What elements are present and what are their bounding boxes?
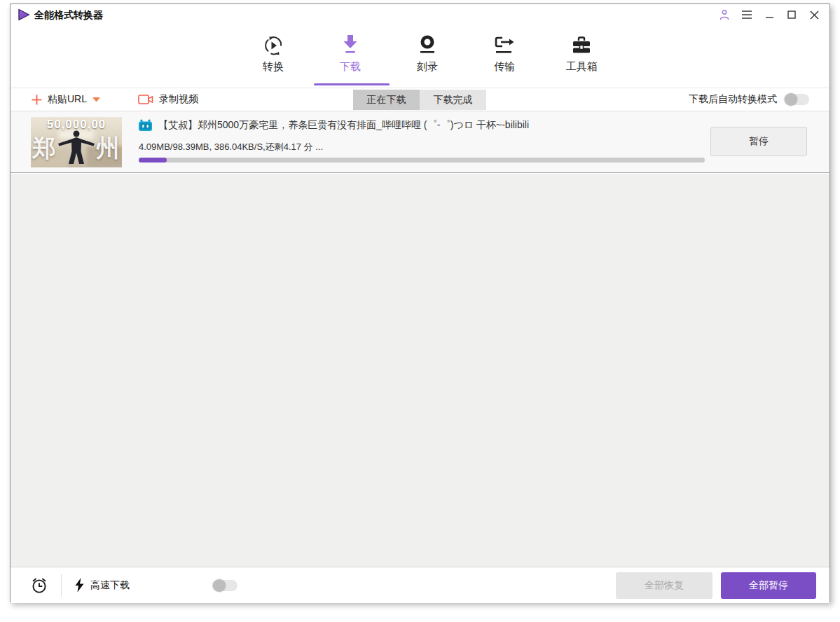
download-filter-tabs: 正在下载 下载完成 xyxy=(353,90,486,110)
chevron-down-icon xyxy=(92,97,100,102)
convert-icon xyxy=(263,31,284,56)
toggle-knob xyxy=(785,93,797,106)
minimize-icon[interactable] xyxy=(762,7,776,22)
titlebar: 全能格式转换器 xyxy=(11,4,829,25)
close-icon[interactable] xyxy=(807,7,821,22)
pause-all-button[interactable]: 全部暂停 xyxy=(721,572,816,599)
divider xyxy=(61,574,62,597)
progress-bar xyxy=(139,158,705,163)
download-progress-text: 4.09MB/98.39MB, 386.04KB/S,还剩4.17 分 ... xyxy=(139,141,323,153)
tab-download-label: 下载 xyxy=(340,60,361,74)
person-silhouette xyxy=(54,129,99,165)
filter-tab-downloading[interactable]: 正在下载 xyxy=(353,90,420,110)
auto-convert-label: 下载后自动转换模式 xyxy=(689,93,777,106)
high-speed-toggle[interactable] xyxy=(212,580,237,591)
auto-convert-toggle[interactable] xyxy=(784,94,809,105)
tab-transfer-label: 传输 xyxy=(494,60,515,74)
progress-bar-fill xyxy=(139,158,167,163)
toolbar: 粘贴URL 录制视频 正在下载 下载完成 下载后自动转换模式 xyxy=(11,88,829,111)
tab-convert-label: 转换 xyxy=(263,60,284,74)
toolbox-icon xyxy=(571,31,592,56)
tab-transfer[interactable]: 传输 xyxy=(469,31,539,74)
tab-convert[interactable]: 转换 xyxy=(238,31,308,74)
download-icon xyxy=(340,31,360,56)
tab-toolbox-label: 工具箱 xyxy=(566,60,598,74)
thumbnail-caption-left: 郑 xyxy=(32,132,56,165)
video-camera-icon xyxy=(138,94,153,105)
maximize-icon[interactable] xyxy=(785,7,799,22)
record-video-button[interactable]: 录制视频 xyxy=(138,93,198,106)
pause-button[interactable]: 暂停 xyxy=(710,127,807,156)
lightning-icon xyxy=(74,578,85,593)
app-title: 全能格式转换器 xyxy=(34,9,103,22)
tab-burn[interactable]: 刻录 xyxy=(392,31,462,74)
download-item-title: 【艾叔】郑州5000万豪宅里，养条巨贵有没有排面_哔哩哔哩 (゜-゜)つロ 干杯… xyxy=(158,119,529,132)
thumbnail-caption-top: 50,000,00 xyxy=(31,118,122,132)
download-item: 50,000,00 郑 州 【艾叔】郑州5000万豪宅里，养条巨贵有没有排面_哔… xyxy=(11,111,829,173)
plus-icon xyxy=(32,95,42,105)
app-window: 全能格式转换器 xyxy=(10,4,830,602)
download-list-area xyxy=(11,174,829,567)
burn-icon xyxy=(418,31,437,56)
high-speed-download-label: 高速下载 xyxy=(90,579,130,592)
transfer-icon xyxy=(494,31,515,56)
toggle-knob xyxy=(213,579,226,592)
active-tab-indicator xyxy=(314,83,390,85)
bilibili-icon xyxy=(138,119,153,132)
tab-toolbox[interactable]: 工具箱 xyxy=(546,31,617,74)
user-account-icon[interactable] xyxy=(717,7,731,22)
schedule-timer-icon[interactable] xyxy=(30,576,48,595)
tab-burn-label: 刻录 xyxy=(417,60,438,74)
paste-url-label: 粘贴URL xyxy=(48,93,87,106)
app-logo-icon xyxy=(18,8,30,21)
footer: 高速下载 全部恢复 全部暂停 xyxy=(11,567,829,603)
thumbnail-caption-right: 州 xyxy=(96,132,120,165)
video-thumbnail[interactable]: 50,000,00 郑 州 xyxy=(31,117,122,167)
paste-url-button[interactable]: 粘贴URL xyxy=(32,93,100,106)
record-video-label: 录制视频 xyxy=(159,93,198,106)
main-nav: 转换 下载 刻录 xyxy=(11,25,829,88)
tab-download[interactable]: 下载 xyxy=(315,31,385,74)
resume-all-button[interactable]: 全部恢复 xyxy=(616,572,712,599)
menu-icon[interactable] xyxy=(740,7,754,22)
filter-tab-completed[interactable]: 下载完成 xyxy=(420,90,486,110)
